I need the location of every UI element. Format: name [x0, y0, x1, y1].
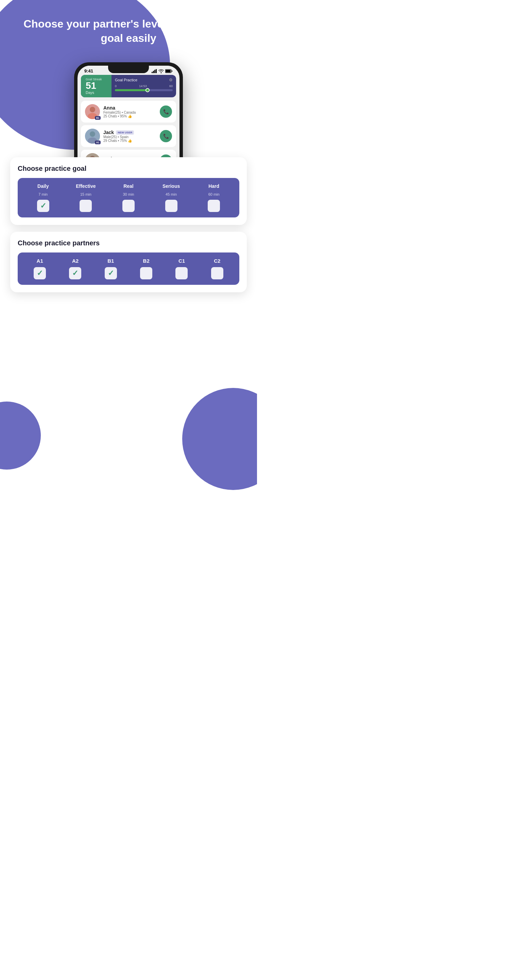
goal-bar: Goal Streak 51 Days Goal Practice ⚙ 0 14…: [81, 75, 176, 97]
signal-icon: [152, 69, 157, 73]
slider-track[interactable]: [115, 89, 173, 91]
partner-c1[interactable]: C1: [165, 258, 198, 279]
wifi-icon: [159, 69, 164, 73]
svg-rect-3: [156, 69, 157, 73]
slider-fill: [115, 89, 147, 91]
user-details-jack: Male(25) • Spain: [103, 135, 156, 139]
partner-b1[interactable]: B1: [94, 258, 127, 279]
new-user-badge-jack: NEW USER: [116, 130, 134, 135]
checkbox-b1[interactable]: [105, 267, 117, 279]
option-serious[interactable]: Serious 45 min: [151, 183, 191, 212]
user-info-anna: Anna Female(25) • Canada 25 Chats • 95% …: [103, 105, 156, 118]
option-hard-sublabel: 60 min: [208, 192, 220, 196]
option-effective-label: Effective: [76, 183, 95, 189]
practice-partners-card: Choose practice partners A1 A2 B1 B2: [10, 232, 247, 292]
option-daily-label: Daily: [37, 183, 49, 189]
svg-rect-1: [153, 71, 154, 73]
checkbox-a2[interactable]: [69, 267, 81, 279]
partner-c2[interactable]: C2: [201, 258, 234, 279]
level-badge-jack: A1: [95, 140, 101, 144]
partner-b2[interactable]: B2: [130, 258, 163, 279]
checkbox-c2[interactable]: [211, 267, 223, 279]
avatar-container-anna: B1: [85, 104, 100, 119]
checkbox-serious[interactable]: [165, 200, 178, 212]
svg-rect-2: [154, 70, 155, 73]
user-stats-anna: 25 Chats • 95% 👍: [103, 115, 156, 118]
checkbox-a1[interactable]: [34, 267, 46, 279]
checkbox-real[interactable]: [122, 200, 135, 212]
practice-partners-options: A1 A2 B1 B2 C1: [17, 253, 240, 285]
option-real-label: Real: [124, 183, 133, 189]
call-button-jack[interactable]: 📞: [160, 130, 172, 142]
bg-circle-bottom-right: [182, 388, 257, 490]
option-daily-sublabel: 7 min: [38, 192, 48, 196]
practice-goal-title: Choose practice goal: [17, 165, 240, 172]
slider-min: 0: [115, 84, 117, 88]
goal-streak-number: 51: [86, 81, 107, 91]
slider-numbers: 0 14:53 60: [115, 84, 173, 88]
header-section: Choose your partner's level and practice…: [0, 0, 257, 56]
practice-partners-title: Choose practice partners: [17, 239, 240, 247]
checkbox-hard[interactable]: [208, 200, 220, 212]
user-name-row-jack: Jack NEW USER: [103, 130, 156, 135]
slider-max: 60: [169, 84, 173, 88]
user-card-anna: B1 Anna Female(25) • Canada 25 Chats • 9…: [81, 101, 176, 123]
checkbox-daily[interactable]: [37, 200, 49, 212]
user-stats-jack: 29 Chats • 75% 👍: [103, 139, 156, 143]
avatar-container-jack: A1: [85, 129, 100, 143]
svg-point-11: [90, 131, 95, 137]
settings-icon[interactable]: ⚙: [169, 78, 173, 82]
option-hard[interactable]: Hard 60 min: [194, 183, 234, 212]
user-name-anna: Anna: [103, 105, 115, 111]
partner-a2[interactable]: A2: [59, 258, 92, 279]
svg-rect-0: [152, 72, 152, 73]
call-button-anna[interactable]: 📞: [160, 105, 172, 118]
goal-streak-days: Days: [86, 91, 107, 95]
checkbox-b2[interactable]: [140, 267, 152, 279]
partner-c1-label: C1: [178, 258, 185, 264]
cards-section: Choose practice goal Daily 7 min Effecti…: [0, 157, 257, 292]
user-name-jack: Jack: [103, 130, 114, 135]
phone-notch: [108, 66, 149, 73]
practice-goal-options: Daily 7 min Effective 15 min Real 30 min…: [17, 178, 240, 218]
goal-practice-section: Goal Practice ⚙ 0 14:53 60: [111, 75, 176, 97]
partner-c2-label: C2: [214, 258, 220, 264]
battery-icon: [165, 69, 173, 73]
svg-rect-5: [165, 70, 171, 73]
user-details-anna: Female(25) • Canada: [103, 111, 156, 115]
option-serious-sublabel: 45 min: [165, 192, 177, 196]
goal-streak-section: Goal Streak 51 Days: [81, 75, 111, 97]
option-daily[interactable]: Daily 7 min: [23, 183, 63, 212]
option-effective[interactable]: Effective 15 min: [66, 183, 106, 212]
checkbox-c1[interactable]: [175, 267, 188, 279]
user-name-row-anna: Anna: [103, 105, 156, 111]
practice-goal-card: Choose practice goal Daily 7 min Effecti…: [10, 157, 247, 225]
option-hard-label: Hard: [208, 183, 219, 189]
phone-time: 9:41: [84, 68, 93, 73]
option-effective-sublabel: 15 min: [80, 192, 92, 196]
status-icons: [152, 69, 173, 73]
svg-point-8: [90, 107, 95, 112]
option-real-sublabel: 30 min: [123, 192, 134, 196]
bg-circle-bottom-left: [0, 401, 41, 469]
user-card-jack: A1 Jack NEW USER Male(25) • Spain 29 Cha…: [81, 125, 176, 147]
header-title: Choose your partner's level and practice…: [21, 17, 236, 45]
slider-thumb[interactable]: [146, 88, 149, 92]
checkbox-effective[interactable]: [79, 200, 92, 212]
partner-a1-label: A1: [37, 258, 43, 264]
option-real[interactable]: Real 30 min: [108, 183, 149, 212]
partner-a1[interactable]: A1: [23, 258, 56, 279]
partner-a2-label: A2: [72, 258, 79, 264]
svg-rect-6: [172, 70, 172, 72]
option-serious-label: Serious: [162, 183, 180, 189]
partner-b2-label: B2: [143, 258, 149, 264]
level-badge-anna: B1: [95, 116, 101, 120]
goal-practice-header: Goal Practice ⚙: [115, 78, 173, 82]
slider-current: 14:53: [139, 84, 147, 88]
goal-practice-label: Goal Practice: [115, 78, 137, 82]
user-info-jack: Jack NEW USER Male(25) • Spain 29 Chats …: [103, 130, 156, 143]
partner-b1-label: B1: [108, 258, 114, 264]
